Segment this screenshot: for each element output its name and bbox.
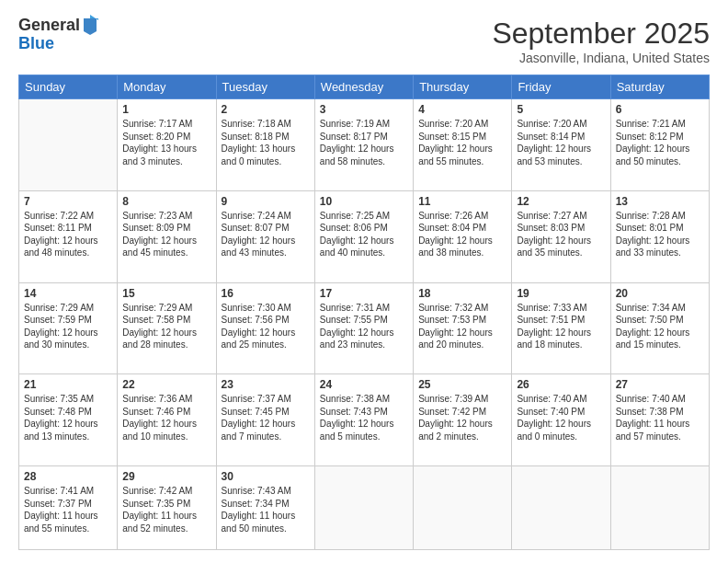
cell-info: Sunrise: 7:28 AM [616, 210, 704, 223]
logo-general: General [18, 17, 80, 35]
cell-info: Sunset: 7:37 PM [24, 498, 112, 511]
svg-marker-0 [84, 18, 97, 35]
day-number: 5 [517, 103, 605, 116]
cell-info: Daylight: 13 hours [122, 143, 210, 155]
table-row: 30Sunrise: 7:43 AMSunset: 7:34 PMDayligh… [216, 466, 314, 550]
cell-info: Sunset: 8:18 PM [222, 131, 310, 144]
logo-icon [82, 15, 98, 35]
cell-info: and 0 minutes. [517, 431, 605, 443]
cell-info: Daylight: 13 hours [222, 143, 310, 155]
day-number: 29 [122, 470, 210, 483]
cell-info: Sunrise: 7:24 AM [222, 210, 310, 223]
cell-info: and 10 minutes. [122, 431, 210, 443]
cell-info: Sunrise: 7:38 AM [320, 393, 408, 406]
day-number: 3 [320, 103, 408, 116]
cell-info: Daylight: 12 hours [222, 418, 310, 431]
cell-info: Daylight: 11 hours [616, 418, 704, 431]
day-number: 14 [24, 287, 112, 300]
cell-info: Daylight: 12 hours [517, 143, 605, 155]
cell-info: Daylight: 12 hours [24, 235, 112, 247]
cell-info: Daylight: 12 hours [24, 418, 112, 431]
title-location: Jasonville, Indiana, United States [492, 51, 710, 65]
cell-info: and 13 minutes. [24, 431, 112, 443]
day-number: 10 [320, 195, 408, 208]
cell-info: Daylight: 12 hours [517, 418, 605, 431]
cell-info: Sunset: 7:45 PM [222, 406, 310, 419]
cell-info: Sunrise: 7:20 AM [418, 118, 506, 131]
cell-info: and 25 minutes. [222, 339, 310, 351]
cell-info: and 23 minutes. [320, 339, 408, 351]
day-number: 16 [222, 287, 310, 300]
table-row: 21Sunrise: 7:35 AMSunset: 7:48 PMDayligh… [19, 374, 118, 466]
cell-info: and 28 minutes. [122, 339, 210, 351]
cell-info: Sunset: 7:48 PM [24, 406, 112, 419]
table-row: 20Sunrise: 7:34 AMSunset: 7:50 PMDayligh… [610, 282, 709, 374]
cell-info: Sunset: 8:11 PM [24, 222, 112, 235]
cell-info: and 35 minutes. [517, 247, 605, 259]
page: General Blue September 2025 Jasonville, … [0, 0, 728, 563]
day-number: 22 [122, 378, 210, 391]
cell-info: and 53 minutes. [517, 155, 605, 168]
cell-info: Daylight: 12 hours [616, 327, 704, 339]
cell-info: Sunset: 8:15 PM [418, 131, 506, 144]
table-row: 9Sunrise: 7:24 AMSunset: 8:07 PMDaylight… [216, 190, 314, 282]
table-row: 7Sunrise: 7:22 AMSunset: 8:11 PMDaylight… [19, 190, 118, 282]
cell-info: Sunset: 8:03 PM [517, 222, 605, 235]
cell-info: and 20 minutes. [418, 339, 506, 351]
cell-info: Daylight: 12 hours [616, 143, 704, 155]
table-row: 6Sunrise: 7:21 AMSunset: 8:12 PMDaylight… [610, 99, 709, 191]
table-row [610, 466, 709, 550]
cell-info: and 48 minutes. [24, 247, 112, 259]
day-number: 20 [616, 287, 704, 300]
day-number: 6 [616, 103, 704, 116]
cell-info: Sunrise: 7:29 AM [122, 302, 210, 315]
cell-info: and 55 minutes. [418, 155, 506, 168]
cell-info: Sunrise: 7:17 AM [122, 118, 210, 131]
day-number: 1 [122, 103, 210, 116]
cell-info: Daylight: 12 hours [222, 327, 310, 339]
cell-info: Sunrise: 7:26 AM [418, 210, 506, 223]
cell-info: Sunrise: 7:30 AM [222, 302, 310, 315]
table-row: 2Sunrise: 7:18 AMSunset: 8:18 PMDaylight… [216, 99, 314, 191]
day-number: 12 [517, 195, 605, 208]
cell-info: Sunrise: 7:40 AM [517, 393, 605, 406]
cell-info: Sunrise: 7:21 AM [616, 118, 704, 131]
table-row: 1Sunrise: 7:17 AMSunset: 8:20 PMDaylight… [118, 99, 216, 191]
day-number: 18 [418, 287, 506, 300]
cell-info: Sunset: 7:38 PM [616, 406, 704, 419]
cell-info: Daylight: 12 hours [320, 143, 408, 155]
day-number: 11 [418, 195, 506, 208]
cell-info: and 38 minutes. [418, 247, 506, 259]
cell-info: Daylight: 12 hours [222, 235, 310, 247]
cell-info: and 50 minutes. [616, 155, 704, 168]
cell-info: Sunset: 8:12 PM [616, 131, 704, 144]
cell-info: Sunrise: 7:25 AM [320, 210, 408, 223]
cell-info: Sunrise: 7:19 AM [320, 118, 408, 131]
cell-info: Sunset: 8:07 PM [222, 222, 310, 235]
table-row: 22Sunrise: 7:36 AMSunset: 7:46 PMDayligh… [118, 374, 216, 466]
cell-info: and 2 minutes. [418, 431, 506, 443]
cell-info: and 57 minutes. [616, 431, 704, 443]
cell-info: Daylight: 12 hours [418, 418, 506, 431]
cell-info: Sunrise: 7:20 AM [517, 118, 605, 131]
table-row: 16Sunrise: 7:30 AMSunset: 7:56 PMDayligh… [216, 282, 314, 374]
day-number: 8 [122, 195, 210, 208]
cell-info: Sunset: 8:17 PM [320, 131, 408, 144]
cell-info: Daylight: 12 hours [24, 327, 112, 339]
cell-info: Daylight: 12 hours [418, 235, 506, 247]
cell-info: Sunset: 8:06 PM [320, 222, 408, 235]
table-row [19, 99, 118, 191]
cell-info: Sunset: 8:04 PM [418, 222, 506, 235]
cell-info: Sunrise: 7:43 AM [222, 485, 310, 498]
day-number: 25 [418, 378, 506, 391]
cell-info: Daylight: 11 hours [24, 510, 112, 523]
cell-info: Sunrise: 7:39 AM [418, 393, 506, 406]
cell-info: Sunrise: 7:34 AM [616, 302, 704, 315]
cell-info: Sunrise: 7:37 AM [222, 393, 310, 406]
table-row [314, 466, 413, 550]
col-wednesday: Wednesday [314, 75, 413, 99]
cell-info: Sunset: 7:42 PM [418, 406, 506, 419]
day-number: 17 [320, 287, 408, 300]
cell-info: and 33 minutes. [616, 247, 704, 259]
day-number: 28 [24, 470, 112, 483]
